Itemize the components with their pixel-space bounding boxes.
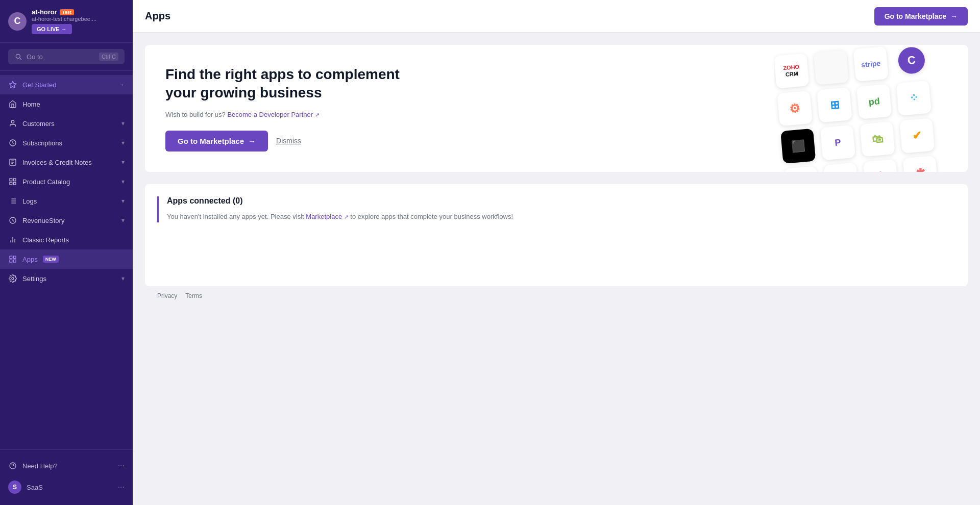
app-icon-dots: ⁘ [896,81,932,116]
sidebar-item-invoices[interactable]: Invoices & Credit Notes ▾ [0,153,133,172]
svg-rect-22 [13,256,16,259]
org-logo: C [8,12,27,31]
app-icon-gear3: ⚙ [783,166,819,171]
user-more[interactable]: ··· [118,483,125,492]
app-icon-paypal: P [823,163,859,172]
app-icon-zoho: ZOHOCRM [774,53,809,88]
home-icon [8,99,17,109]
apps-connected-content: Apps connected (0) You haven't installed… [157,196,955,222]
developer-partner-link[interactable]: Become a Developer Partner ↗ [227,111,319,118]
main-content: Apps Go to Marketplace → Find the right … [133,0,980,505]
top-bar: Apps Go to Marketplace → [133,0,980,33]
customers-chevron: ▾ [121,120,125,127]
subscriptions-chevron: ▾ [121,139,125,146]
header-marketplace-button[interactable]: Go to Marketplace → [874,7,968,26]
test-badge: Test [60,9,74,15]
banner-arrow-icon: → [248,137,256,145]
sidebar-item-apps[interactable]: Apps NEW [0,249,133,269]
revenue-story-chevron: ▾ [121,217,125,224]
marketplace-arrow-icon: → [950,12,958,20]
invoices-chevron: ▾ [121,159,125,166]
banner-card: Find the right apps to complement your g… [145,45,968,172]
privacy-link[interactable]: Privacy [157,292,177,299]
product-catalog-chevron: ▾ [121,178,125,185]
svg-rect-21 [10,256,12,259]
app-icon-partial1: C [897,46,926,74]
user-profile-item[interactable]: S SaaS ··· [0,475,133,499]
app-icon-shopify: 🛍 [860,121,895,157]
marketplace-external-icon: ↗ [344,214,349,220]
sidebar-item-customers[interactable]: Customers ▾ [0,114,133,133]
app-icon-empty1 [814,50,849,85]
product-catalog-icon [8,177,17,186]
help-icon [8,461,17,470]
app-icon-intercom: ⊞ [817,87,852,122]
sidebar-item-get-started[interactable]: Get Started → [0,75,133,94]
apps-connected-title: Apps connected (0) [167,196,955,206]
sidebar-item-home[interactable]: Home [0,94,133,114]
svg-point-25 [12,277,14,280]
content-area: Find the right apps to complement your g… [133,33,980,505]
banner-app-icons: ZOHOCRM stripe C ⚙ ⊞ [774,45,968,172]
svg-rect-7 [10,179,12,181]
svg-rect-8 [13,179,16,181]
sidebar-item-product-catalog[interactable]: Product Catalog ▾ [0,172,133,191]
banner-text: Find the right apps to complement your g… [165,65,421,152]
svg-rect-10 [13,182,16,185]
user-avatar: S [8,481,21,494]
banner-actions: Go to Marketplace → Dismiss [165,131,421,152]
sidebar-item-subscriptions[interactable]: Subscriptions ▾ [0,133,133,153]
apps-connected-description: You haven't installed any apps yet. Plea… [167,212,955,222]
app-icon-pd: pd [856,84,892,119]
search-placeholder: Go to [27,53,43,61]
go-live-button[interactable]: GO LIVE → [32,24,72,34]
need-help-item[interactable]: Need Help? ··· [0,456,133,475]
apps-connected-section: Apps connected (0) You haven't installed… [145,184,968,286]
settings-chevron: ▾ [121,275,125,282]
logs-icon [8,196,17,206]
svg-rect-23 [10,260,12,262]
app-icon-tally: ⬛ [780,129,816,164]
sidebar-nav: Get Started → Home Customers ▾ [0,71,133,449]
sidebar-item-classic-reports[interactable]: Classic Reports [0,230,133,249]
external-link-icon: ↗ [315,112,320,118]
dismiss-button[interactable]: Dismiss [276,137,301,145]
svg-marker-0 [9,81,16,88]
banner-marketplace-button[interactable]: Go to Marketplace → [165,131,268,152]
app-icon-zapier: ✱ [903,156,938,172]
app-icon-hubspot: ⚙ [777,91,813,126]
svg-rect-24 [13,260,16,262]
terms-link[interactable]: Terms [185,292,202,299]
sidebar-header: C at-horor Test at-horor-test.chargebee.… [0,0,133,43]
apps-icon [8,255,17,264]
search-box[interactable]: Go to Ctrl C [8,49,125,64]
apps-new-badge: NEW [43,256,59,263]
sidebar-item-logs[interactable]: Logs ▾ [0,191,133,211]
sidebar-item-revenue-story[interactable]: RevenueStory ▾ [0,211,133,230]
get-started-arrow: → [118,81,125,88]
apps-connected-marketplace-link[interactable]: Marketplace ↗ [306,213,350,220]
page-footer: Privacy Terms [145,286,968,306]
app-icon-gear2: ✔ [899,118,935,153]
sidebar-search[interactable]: Go to Ctrl C [0,43,133,71]
logs-chevron: ▾ [121,197,125,205]
invoices-icon [8,158,17,167]
org-url: at-horor-test.chargebee.... [32,16,96,22]
sidebar-footer: Need Help? ··· S SaaS ··· [0,449,133,505]
search-shortcut: Ctrl C [99,53,118,61]
subscriptions-icon [8,138,17,147]
sidebar-item-settings[interactable]: Settings ▾ [0,269,133,288]
org-name: at-horor Test [32,8,96,16]
customers-icon [8,119,17,128]
banner-heading: Find the right apps to complement your g… [165,65,421,103]
page-title: Apps [145,10,170,22]
revenue-story-icon [8,216,17,225]
get-started-icon [8,80,17,89]
need-help-more[interactable]: ··· [118,461,125,470]
app-icon-stripe: stripe [853,46,889,82]
app-icon-pabbly: P [820,125,855,160]
search-icon [14,53,22,61]
org-info: at-horor Test at-horor-test.chargebee...… [32,8,96,34]
classic-reports-icon [8,235,17,244]
app-icon-hubspot2: ⚙ [863,159,898,172]
